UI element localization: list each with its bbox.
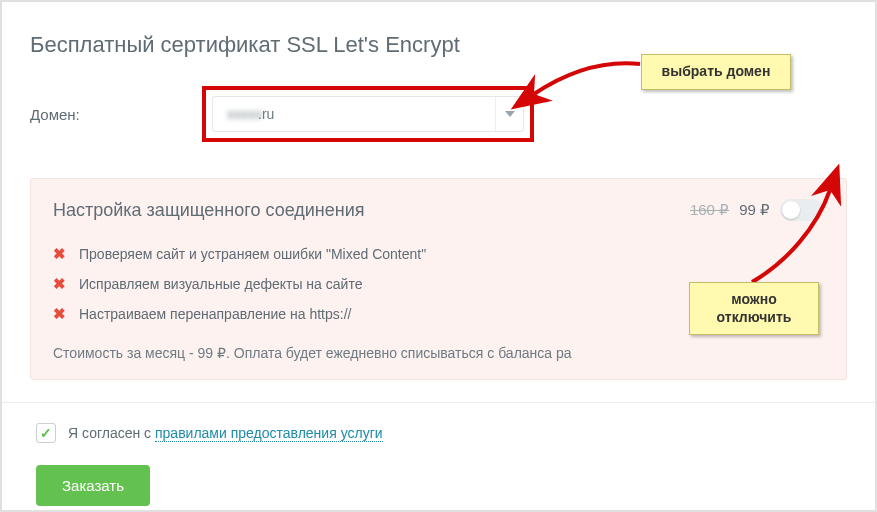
domain-select-highlight: xxxxx.ru	[202, 86, 534, 142]
terms-link[interactable]: правилами предоставления услуги	[155, 425, 383, 442]
agreement-prefix: Я согласен с	[68, 425, 155, 441]
chevron-down-icon[interactable]	[495, 97, 523, 131]
callout-can-disable: можно отключить	[689, 282, 819, 335]
x-icon: ✖	[53, 305, 67, 323]
callout-select-domain: выбрать домен	[641, 54, 791, 90]
panel-title: Настройка защищенного соединения	[53, 200, 365, 221]
x-icon: ✖	[53, 275, 67, 293]
feature-text: Проверяем сайт и устраняем ошибки "Mixed…	[79, 246, 426, 262]
domain-value-blurred: xxxxx	[223, 106, 262, 122]
agreement-text: Я согласен с правилами предоставления ус…	[68, 425, 383, 441]
x-icon: ✖	[53, 245, 67, 263]
arrow-icon	[522, 52, 652, 112]
domain-label: Домен:	[30, 106, 202, 123]
arrow-icon	[702, 182, 852, 292]
check-icon: ✓	[40, 425, 52, 441]
agreement-checkbox[interactable]: ✓	[36, 423, 56, 443]
domain-row: Домен: xxxxx.ru	[30, 86, 847, 142]
agreement-row: ✓ Я согласен с правилами предоставления …	[36, 423, 847, 443]
divider	[2, 402, 875, 403]
feature-text: Исправляем визуальные дефекты на сайте	[79, 276, 362, 292]
cost-line: Стоимость за месяц - 99 ₽. Оплата будет …	[53, 345, 824, 361]
order-button[interactable]: Заказать	[36, 465, 150, 506]
domain-select[interactable]: xxxxx.ru	[212, 96, 524, 132]
feature-text: Настраиваем перенаправление на https://	[79, 306, 351, 322]
